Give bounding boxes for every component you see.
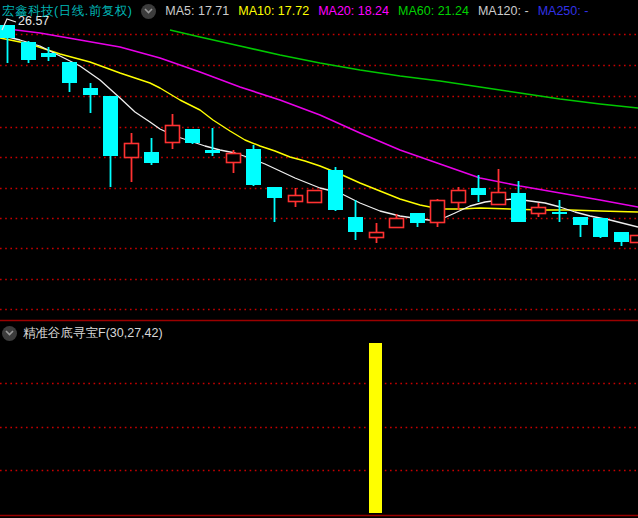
signal-bar xyxy=(369,343,382,513)
candle-body-down xyxy=(246,149,261,185)
candle-body-down xyxy=(471,188,486,195)
candle-body-up xyxy=(308,191,322,203)
candle-body-down xyxy=(144,152,159,163)
indicator-panel-header: 精准谷底寻宝F(30,27,42) xyxy=(2,325,163,341)
candle-body-up xyxy=(227,154,241,163)
candle-body-down xyxy=(21,42,36,60)
ma120-legend: MA120: - xyxy=(478,4,529,18)
ma20-legend: MA20: 18.24 xyxy=(318,4,389,18)
candle-body-down xyxy=(205,150,220,153)
candle-body-up xyxy=(166,126,180,143)
candle-body-down xyxy=(62,62,77,83)
candle-body-down xyxy=(328,170,343,210)
candle-body-down xyxy=(410,213,425,223)
ma10-line xyxy=(0,38,638,212)
candle-body-up xyxy=(390,219,404,228)
candle-body-down xyxy=(0,25,15,38)
chevron-down-icon[interactable] xyxy=(2,326,17,341)
stock-title: 宏鑫科技(日线.前复权) xyxy=(2,3,132,20)
candle-body-down xyxy=(41,53,56,57)
candle-body-down xyxy=(511,193,526,222)
ma5-legend: MA5: 17.71 xyxy=(165,4,229,18)
candle-body-up xyxy=(532,208,546,214)
candle-body-down xyxy=(267,187,282,198)
candle-body-up xyxy=(452,191,466,203)
main-chart-header: 宏鑫科技(日线.前复权) MA5: 17.71 MA10: 17.72 MA20… xyxy=(2,3,588,19)
candle-body-down xyxy=(593,218,608,237)
ma60-legend: MA60: 21.24 xyxy=(398,4,469,18)
ma20-line xyxy=(0,28,638,207)
indicator-title: 精准谷底寻宝F(30,27,42) xyxy=(23,325,163,342)
candle-body-up xyxy=(289,196,303,202)
candle-body-down xyxy=(185,129,200,143)
candle-body-up xyxy=(492,193,506,205)
candle-body-down xyxy=(348,217,363,232)
candle-body-up xyxy=(431,201,445,223)
candle-body-up xyxy=(631,236,638,243)
ma250-legend: MA250: - xyxy=(538,4,589,18)
chevron-down-icon[interactable] xyxy=(141,4,156,19)
candle-body-up xyxy=(125,144,139,158)
candle-body-down xyxy=(103,96,118,156)
candle-body-up xyxy=(370,233,384,238)
candle-body-down xyxy=(552,212,567,214)
candle-body-down xyxy=(614,232,629,242)
candle-body-down xyxy=(83,88,98,95)
ma10-legend: MA10: 17.72 xyxy=(238,4,309,18)
candle-body-down xyxy=(573,217,588,225)
stock-chart-canvas[interactable] xyxy=(0,0,638,518)
